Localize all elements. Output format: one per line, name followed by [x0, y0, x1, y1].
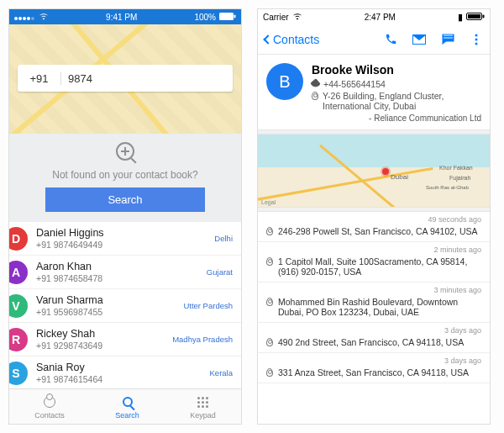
- map-city-label: South Ras al-Ghab: [426, 185, 469, 190]
- location-history[interactable]: 49 seconds ago 246-298 Powell St, San Fr…: [258, 212, 490, 424]
- pin-icon: [266, 368, 273, 377]
- svg-point-7: [475, 42, 478, 45]
- history-address: Mohammed Bin Rashid Boulevard, Downtown …: [278, 297, 481, 317]
- contact-region: Kerala: [210, 368, 233, 378]
- email-icon[interactable]: [412, 33, 426, 46]
- history-row[interactable]: 49 seconds ago 246-298 Powell St, San Fr…: [258, 212, 490, 242]
- map-city-label: Fujairah: [449, 175, 470, 181]
- avatar: D: [9, 227, 28, 251]
- avatar: B: [266, 63, 303, 100]
- status-time: 9:41 PM: [106, 13, 137, 22]
- history-address: 246-298 Powell St, San Francisco, CA 941…: [278, 226, 478, 236]
- contact-row[interactable]: D Daniel Higgins +91 9874649449 Delhi: [9, 222, 241, 256]
- svg-rect-4: [483, 14, 485, 18]
- history-time: 3 days ago: [266, 326, 481, 335]
- history-row[interactable]: 3 minutes ago Mohammed Bin Rashid Boulev…: [258, 283, 490, 323]
- svg-point-6: [475, 38, 478, 40]
- contact-row[interactable]: R Rickey Shah +91 9298743649 Madhya Prad…: [9, 323, 241, 356]
- history-time: 3 minutes ago: [266, 286, 481, 294]
- contact-detail-header: B Brooke Wilson +44-565644154 Y-26 Build…: [258, 55, 490, 129]
- map-header[interactable]: +91 9874: [9, 24, 241, 134]
- search-icon: [119, 393, 136, 410]
- contact-address-line: Y-26 Building, England Cluster, Internat…: [312, 91, 481, 111]
- search-bar[interactable]: +91 9874: [18, 65, 233, 92]
- contact-region: Madhya Pradesh: [172, 335, 233, 344]
- call-icon[interactable]: [384, 33, 397, 46]
- contact-phone: +91 9596987455: [36, 307, 183, 317]
- map-legal[interactable]: Legal: [261, 199, 276, 205]
- contact-address: Y-26 Building, England Cluster, Internat…: [323, 91, 481, 111]
- number-input[interactable]: 9874: [61, 72, 233, 85]
- map-city-label: Dubai: [391, 173, 408, 181]
- contact-name: Sania Roy: [36, 362, 210, 373]
- svg-rect-1: [234, 14, 235, 18]
- tab-search[interactable]: Search: [115, 393, 139, 420]
- svg-point-5: [475, 34, 478, 36]
- history-time: 2 minutes ago: [266, 246, 481, 254]
- tab-label: Search: [115, 411, 139, 420]
- location-map[interactable]: Dubai Khor Fakkan Fujairah South Ras al-…: [258, 135, 490, 207]
- history-row[interactable]: 3 days ago 490 2nd Street, San Francisco…: [258, 323, 490, 353]
- search-button[interactable]: Search: [45, 187, 205, 212]
- back-label: Contacts: [273, 33, 319, 46]
- avatar: S: [9, 362, 28, 385]
- tab-keypad[interactable]: Keypad: [190, 393, 216, 420]
- pin-icon: [266, 257, 273, 266]
- tab-contacts[interactable]: Contacts: [34, 393, 65, 420]
- back-button[interactable]: Contacts: [265, 33, 319, 46]
- contact-name: Varun Sharma: [36, 294, 183, 306]
- wifi-icon: [39, 13, 49, 22]
- avatar: R: [9, 328, 28, 351]
- map-city-label: Khor Fakkan: [439, 165, 473, 171]
- not-found-text: Not found on your contact book?: [19, 169, 231, 181]
- history-time: 3 days ago: [266, 356, 481, 365]
- contact-phone: +44-565644154: [323, 79, 386, 89]
- history-address: 490 2nd Street, San Francisco, CA 94118,…: [278, 337, 464, 347]
- contacts-icon: [41, 393, 58, 410]
- contact-name: Aaron Khan: [36, 261, 207, 272]
- more-icon[interactable]: [470, 33, 483, 46]
- history-address: 331 Anza Street, San Francisco, CA 94118…: [278, 367, 469, 378]
- contact-phone: +91 9298743649: [36, 341, 172, 351]
- contact-row[interactable]: A Aaron Khan +91 9874658478 Gujarat: [9, 256, 241, 289]
- status-time: 2:47 PM: [365, 13, 396, 22]
- contact-region: Utter Pardesh: [183, 301, 233, 310]
- country-code-input[interactable]: +91: [18, 72, 61, 85]
- contact-region: Gujarat: [207, 267, 233, 277]
- pin-icon: [266, 298, 273, 306]
- battery-percent: 100%: [194, 13, 216, 22]
- contact-phone: +91 9874658478: [36, 273, 207, 283]
- pin-icon: [312, 92, 318, 100]
- carrier-text: Carrier: [263, 13, 289, 22]
- svg-rect-0: [219, 13, 234, 20]
- history-row[interactable]: 2 minutes ago 1 Capitol Mall, Suite 100S…: [258, 242, 490, 283]
- contact-phone-line: +44-565644154: [312, 79, 481, 89]
- status-bar: Carrier 2:47 PM ▮: [258, 9, 490, 24]
- pin-icon: [266, 227, 273, 235]
- contact-row[interactable]: V Varun Sharma +91 9596987455 Utter Pard…: [9, 289, 241, 323]
- history-row[interactable]: 3 days ago 331 Anza Street, San Francisc…: [258, 353, 490, 383]
- battery-icon: [219, 13, 236, 22]
- avatar: V: [9, 294, 28, 318]
- keypad-icon: [195, 393, 212, 410]
- history-time: 49 seconds ago: [266, 215, 481, 224]
- contact-list[interactable]: D Daniel Higgins +91 9874649449 Delhi A …: [9, 222, 241, 388]
- not-found-panel: Not found on your contact book? Search: [9, 134, 241, 222]
- contact-phone: +91 9874615464: [36, 374, 210, 384]
- message-icon[interactable]: [441, 33, 454, 46]
- svg-rect-3: [468, 14, 480, 18]
- pin-icon: [266, 338, 273, 346]
- contact-row[interactable]: S Sania Roy +91 9874615464 Kerala: [9, 356, 241, 388]
- contact-name: Daniel Higgins: [36, 227, 214, 239]
- carrier-line: - Reliance Communication Ltd: [312, 114, 481, 123]
- phone-left: 9:41 PM 100% +91 9874 Not found on your …: [8, 8, 242, 425]
- tab-label: Keypad: [190, 411, 216, 420]
- battery-full-icon: ▮: [458, 12, 463, 23]
- chevron-left-icon: [263, 34, 272, 44]
- tab-bar: Contacts Search Keypad: [9, 388, 241, 424]
- tab-label: Contacts: [34, 411, 65, 420]
- avatar: A: [9, 261, 28, 284]
- map-pin-icon: [382, 168, 389, 175]
- wifi-icon: [292, 13, 302, 22]
- battery-icon: [466, 13, 485, 22]
